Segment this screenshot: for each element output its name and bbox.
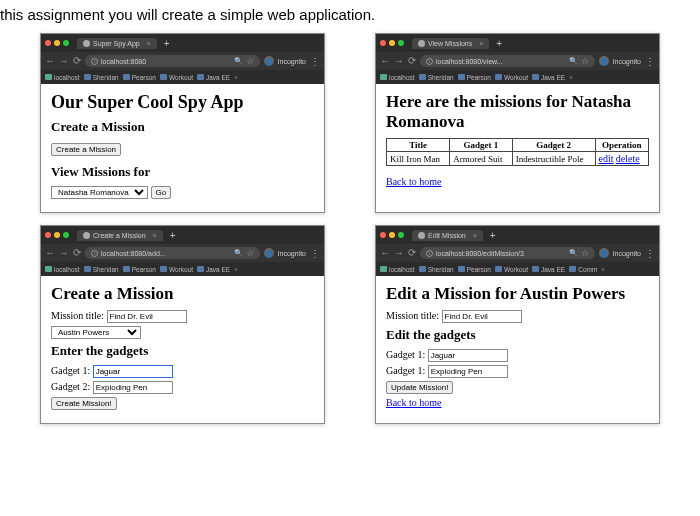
create-mission-button[interactable]: Create a Mission [51, 143, 121, 156]
bookmark-item[interactable]: Workout [495, 74, 528, 81]
window-close-icon[interactable] [380, 232, 386, 238]
incognito-label: Incognito [278, 58, 306, 65]
bookmark-item[interactable]: Java EE [532, 74, 565, 81]
bookmark-item[interactable]: Sheridan [84, 266, 119, 273]
tab-close-icon[interactable]: × [147, 40, 151, 47]
browser-menu-icon[interactable]: ⋮ [645, 56, 655, 67]
browser-tab[interactable]: Edit Mission × [412, 230, 483, 241]
bookmark-item[interactable]: localhost [380, 74, 415, 81]
back-icon[interactable]: ← [45, 248, 55, 258]
site-info-icon[interactable]: i [91, 250, 98, 257]
back-icon[interactable]: ← [380, 248, 390, 258]
bookmarks-overflow-icon[interactable] [234, 266, 238, 273]
tab-close-icon[interactable]: × [153, 232, 157, 239]
bookmarks-overflow-icon[interactable] [601, 266, 605, 273]
forward-icon[interactable]: → [59, 248, 69, 258]
browser-tab[interactable]: Super Spy App × [77, 38, 157, 49]
edit-link[interactable]: edit [599, 153, 614, 164]
forward-icon[interactable]: → [59, 56, 69, 66]
tab-close-icon[interactable]: × [479, 40, 483, 47]
tab-close-icon[interactable]: × [473, 232, 477, 239]
bookmark-item[interactable]: Workout [160, 266, 193, 273]
site-info-icon[interactable]: i [91, 58, 98, 65]
browser-tab[interactable]: View Missions × [412, 38, 489, 49]
bookmark-item[interactable]: localhost [45, 74, 80, 81]
address-bar[interactable]: i localhost:8080/add... 🔍 ☆ [85, 247, 260, 259]
bookmark-item[interactable]: Pearson [123, 266, 156, 273]
site-info-icon[interactable]: i [426, 250, 433, 257]
new-tab-button[interactable]: + [487, 230, 499, 241]
bookmark-item[interactable]: Sheridan [419, 74, 454, 81]
window-zoom-icon[interactable] [63, 40, 69, 46]
window-zoom-icon[interactable] [63, 232, 69, 238]
forward-icon[interactable]: → [394, 56, 404, 66]
address-bar[interactable]: i localhost:8080/editMission/3 🔍 ☆ [420, 247, 595, 259]
mission-title-field[interactable] [442, 310, 522, 323]
bookmark-item[interactable]: Workout [160, 74, 193, 81]
back-home-link[interactable]: Back to home [386, 176, 442, 187]
bookmark-star-icon[interactable]: ☆ [581, 248, 589, 258]
agent-select[interactable]: Austin Powers [51, 326, 141, 339]
reload-icon[interactable]: ⟳ [408, 248, 416, 258]
incognito-icon: 👤 [264, 248, 274, 258]
browser-menu-icon[interactable]: ⋮ [310, 248, 320, 259]
window-minimize-icon[interactable] [54, 232, 60, 238]
bookmark-item[interactable]: Sheridan [84, 74, 119, 81]
search-icon[interactable]: 🔍 [234, 249, 243, 257]
go-button[interactable]: Go [151, 186, 172, 199]
create-mission-submit[interactable]: Create Mission! [51, 397, 117, 410]
mission-title-field[interactable] [107, 310, 187, 323]
back-icon[interactable]: ← [45, 56, 55, 66]
bookmark-item[interactable]: Pearson [123, 74, 156, 81]
bookmark-item[interactable]: Java EE [532, 266, 565, 273]
address-bar[interactable]: i localhost:8080/view... 🔍 ☆ [420, 55, 595, 67]
bookmark-item[interactable]: Java EE [197, 74, 230, 81]
bookmark-star-icon[interactable]: ☆ [246, 56, 254, 66]
bookmark-item[interactable]: Pearson [458, 74, 491, 81]
bookmark-item[interactable]: Java EE [197, 266, 230, 273]
new-tab-button[interactable]: + [167, 230, 179, 241]
bookmark-item[interactable]: Comm [569, 266, 597, 273]
bookmark-item[interactable]: localhost [45, 266, 80, 273]
reload-icon[interactable]: ⟳ [73, 248, 81, 258]
window-minimize-icon[interactable] [389, 232, 395, 238]
gadget2-field[interactable] [428, 365, 508, 378]
bookmark-item[interactable]: Workout [495, 266, 528, 273]
new-tab-button[interactable]: + [493, 38, 505, 49]
gadget1-field[interactable] [93, 365, 173, 378]
bookmark-star-icon[interactable]: ☆ [581, 56, 589, 66]
site-info-icon[interactable]: i [426, 58, 433, 65]
window-minimize-icon[interactable] [389, 40, 395, 46]
back-icon[interactable]: ← [380, 56, 390, 66]
reload-icon[interactable]: ⟳ [408, 56, 416, 66]
window-zoom-icon[interactable] [398, 232, 404, 238]
back-home-link[interactable]: Back to home [386, 397, 442, 408]
bookmark-star-icon[interactable]: ☆ [246, 248, 254, 258]
browser-menu-icon[interactable]: ⋮ [310, 56, 320, 67]
search-icon[interactable]: 🔍 [569, 249, 578, 257]
reload-icon[interactable]: ⟳ [73, 56, 81, 66]
window-zoom-icon[interactable] [398, 40, 404, 46]
address-bar[interactable]: i localhost:8080 🔍 ☆ [85, 55, 260, 67]
update-mission-submit[interactable]: Update Mission! [386, 381, 453, 394]
window-close-icon[interactable] [45, 40, 51, 46]
search-icon[interactable]: 🔍 [569, 57, 578, 65]
forward-icon[interactable]: → [394, 248, 404, 258]
gadget2-field[interactable] [93, 381, 173, 394]
bookmarks-overflow-icon[interactable] [234, 74, 238, 81]
bookmarks-overflow-icon[interactable] [569, 74, 573, 81]
window-minimize-icon[interactable] [54, 40, 60, 46]
bookmark-item[interactable]: Pearson [458, 266, 491, 273]
bookmark-item[interactable]: localhost [380, 266, 415, 273]
window-close-icon[interactable] [380, 40, 386, 46]
browser-menu-icon[interactable]: ⋮ [645, 248, 655, 259]
search-icon[interactable]: 🔍 [234, 57, 243, 65]
delete-link[interactable]: delete [616, 153, 640, 164]
bookmark-item[interactable]: Sheridan [419, 266, 454, 273]
window-close-icon[interactable] [45, 232, 51, 238]
folder-icon [532, 74, 539, 80]
gadget1-field[interactable] [428, 349, 508, 362]
agent-select[interactable]: Natasha Romanova [51, 186, 148, 199]
new-tab-button[interactable]: + [161, 38, 173, 49]
browser-tab[interactable]: Create a Mission × [77, 230, 163, 241]
